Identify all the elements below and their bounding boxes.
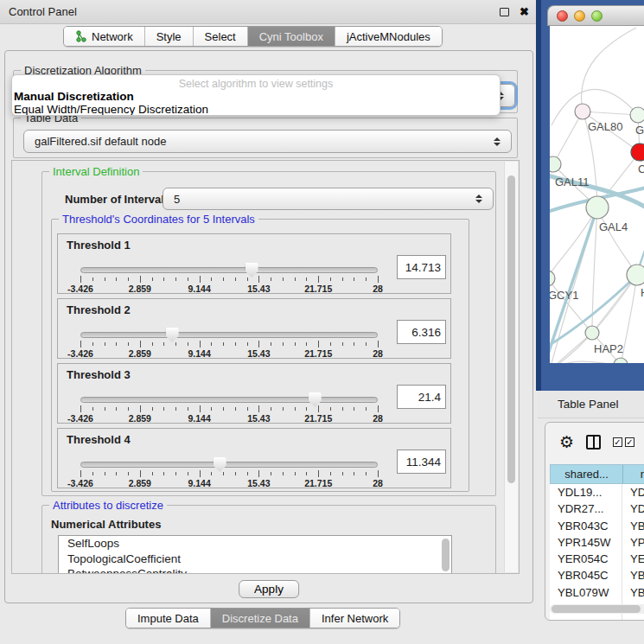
tick-label: 2.859 xyxy=(129,413,151,424)
numerical-attributes-list[interactable]: SelfLoopsTopologicalCoefficientBetweenne… xyxy=(58,535,452,574)
attribute-list-item[interactable]: TopologicalCoefficient xyxy=(59,552,451,567)
tick-mark xyxy=(271,342,271,346)
tick-mark xyxy=(211,472,212,475)
horizontal-scrollbar-thumb[interactable] xyxy=(552,605,641,613)
threshold-label: Threshold 3 xyxy=(67,368,131,381)
table-row[interactable]: YDR27...YDR2 xyxy=(550,501,644,517)
tick-mark xyxy=(318,470,319,477)
threshold-value-field[interactable]: 6.316 xyxy=(397,320,446,344)
tick-mark xyxy=(295,277,296,281)
slider-track xyxy=(80,462,378,468)
table-row[interactable]: YBR045CYBR0 xyxy=(550,567,644,583)
tick-label: 9.144 xyxy=(188,284,210,294)
tab-cyni-toolbox[interactable]: Cyni Toolbox xyxy=(248,27,335,46)
tick-mark xyxy=(295,342,296,346)
tab-impute-data[interactable]: Impute Data xyxy=(126,609,211,628)
number-of-intervals-combobox[interactable]: 5 xyxy=(163,188,494,210)
network-node[interactable] xyxy=(586,196,609,219)
vertical-scrollbar[interactable] xyxy=(504,162,518,572)
tick-mark xyxy=(105,407,105,411)
table-row[interactable]: YIL052CYIL0 xyxy=(550,617,644,621)
threshold-value-field[interactable]: 14.713 xyxy=(397,255,446,279)
table-row[interactable]: YBL079WYBL0 xyxy=(550,584,644,601)
network-window-titlebar xyxy=(547,5,644,26)
table-cell-shared-name: YIL052C xyxy=(550,617,622,621)
float-window-icon[interactable] xyxy=(500,8,509,16)
table-row[interactable]: YBR043CYBR0 xyxy=(550,518,644,534)
network-node[interactable] xyxy=(575,104,590,119)
column-header-shared-name[interactable]: shared... xyxy=(551,465,623,483)
close-icon[interactable]: ✖ xyxy=(520,5,529,18)
tab-network[interactable]: Network xyxy=(64,27,145,46)
list-scrollbar-thumb[interactable] xyxy=(442,539,450,571)
tick-mark xyxy=(366,407,367,411)
table-data-combobox[interactable]: galFiltered.sif default node xyxy=(23,130,512,153)
table-cell-shared-name: YBR045C xyxy=(550,567,622,583)
network-node[interactable] xyxy=(585,326,599,340)
minimize-traffic-light-icon[interactable] xyxy=(574,10,585,22)
apply-button[interactable]: Apply xyxy=(239,580,299,598)
columns-icon[interactable] xyxy=(586,435,601,450)
tab-network-label: Network xyxy=(92,30,133,43)
checkbox-icon[interactable]: ✓ xyxy=(625,437,634,447)
table-row[interactable]: YER054CYER0 xyxy=(550,551,644,567)
algorithm-option-equal-width[interactable]: Equal Width/Frequency Discretization xyxy=(12,103,500,116)
control-panel-titlebar: Control Panel ✖ xyxy=(0,0,538,24)
network-node[interactable] xyxy=(630,107,644,123)
threshold-label: Threshold 1 xyxy=(67,239,131,252)
attribute-list-item[interactable]: BetweennessCentrality xyxy=(59,566,451,574)
slider-track xyxy=(80,332,378,338)
tick-mark xyxy=(223,472,224,475)
tick-mark xyxy=(92,277,93,281)
network-node-label: H xyxy=(641,286,644,299)
threshold-slider[interactable]: -3.4262.8599.14415.4321.71528 xyxy=(80,265,378,291)
gear-icon[interactable]: ⚙ xyxy=(559,434,574,450)
tick-mark xyxy=(128,472,129,475)
network-node[interactable] xyxy=(627,265,644,285)
tick-mark xyxy=(92,407,93,411)
network-canvas[interactable]: GAL80GCGAL11GAL4GCY1HHAP2 xyxy=(550,26,644,363)
vertical-scrollbar-thumb[interactable] xyxy=(507,175,515,483)
tick-mark xyxy=(306,277,307,281)
threshold-value-field[interactable]: 21.4 xyxy=(397,385,446,409)
close-traffic-light-icon[interactable] xyxy=(557,10,568,22)
horizontal-scrollbar[interactable] xyxy=(550,604,644,614)
algorithm-option-manual[interactable]: Manual Discretization xyxy=(12,90,500,103)
network-node[interactable] xyxy=(550,271,555,286)
tick-mark xyxy=(318,341,319,348)
network-node[interactable] xyxy=(550,156,561,172)
threshold-slider[interactable]: -3.4262.8599.14415.4321.71528 xyxy=(80,460,378,486)
tick-mark xyxy=(354,472,354,475)
threshold-slider[interactable]: -3.4262.8599.14415.4321.71528 xyxy=(80,330,378,356)
table-cell-shared-name: YDL19... xyxy=(550,484,622,501)
column-header-name[interactable]: na xyxy=(623,465,644,483)
table-row[interactable]: YPR145WYPR1 xyxy=(550,534,644,551)
tick-mark xyxy=(235,407,236,411)
tick-mark xyxy=(295,472,296,475)
tab-style[interactable]: Style xyxy=(145,27,194,46)
tick-mark xyxy=(152,407,153,411)
tick-label: 15.43 xyxy=(247,413,270,424)
tick-label: -3.426 xyxy=(67,284,93,294)
tick-mark xyxy=(235,277,236,281)
checkbox-icon[interactable]: ✓ xyxy=(613,437,622,447)
tick-mark xyxy=(342,472,343,475)
tab-infer-network[interactable]: Infer Network xyxy=(310,609,399,628)
threshold-slider[interactable]: -3.4262.8599.14415.4321.71528 xyxy=(80,395,378,421)
tick-mark xyxy=(175,277,176,281)
attribute-list-item[interactable]: SelfLoops xyxy=(59,536,451,552)
slider-tick-labels: -3.4262.8599.14415.4321.71528 xyxy=(80,413,378,423)
tick-mark xyxy=(116,407,117,411)
table-panel-toolbar: ⚙ ✓ ✓ xyxy=(545,423,644,461)
tick-label: 28 xyxy=(373,478,383,488)
network-node[interactable] xyxy=(631,143,644,161)
table-row[interactable]: YDL19...YDL1 xyxy=(550,484,644,501)
threshold-value-field[interactable]: 11.344 xyxy=(397,450,446,474)
tab-discretize-data[interactable]: Discretize Data xyxy=(211,609,310,628)
table-data-combobox-value: galFiltered.sif default node xyxy=(35,135,166,148)
tick-mark xyxy=(354,407,354,411)
tick-mark xyxy=(80,405,81,412)
tab-select[interactable]: Select xyxy=(194,27,248,46)
zoom-traffic-light-icon[interactable] xyxy=(591,10,603,22)
tab-jactivemnodules[interactable]: jActiveMNodules xyxy=(335,27,442,46)
